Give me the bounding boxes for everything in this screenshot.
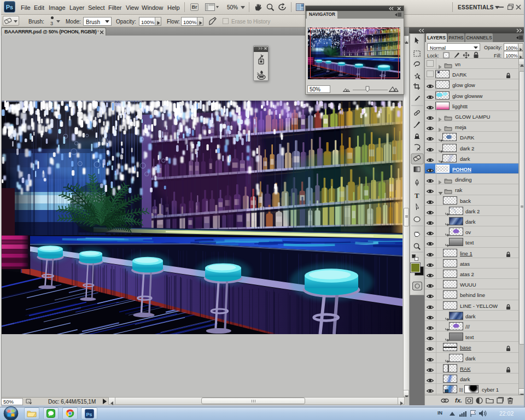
svg-text:Ps: Ps <box>86 412 92 417</box>
svg-text:T: T <box>415 191 419 200</box>
